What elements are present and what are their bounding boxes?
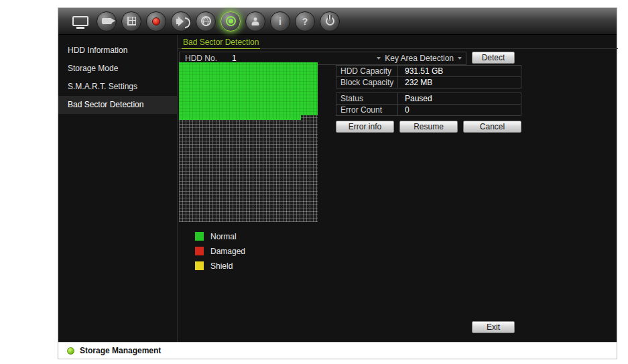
hdd-capacity-value: 931.51 GB <box>398 66 443 76</box>
damaged-swatch <box>195 247 204 255</box>
detection-mode-select[interactable]: Key Area Detection <box>377 54 466 63</box>
panel-icon[interactable] <box>121 11 141 32</box>
record-icon[interactable] <box>146 11 166 32</box>
speaker-glyph <box>176 19 180 24</box>
table-row: Status Paused <box>336 93 521 105</box>
status-value: Paused <box>398 93 432 104</box>
exit-button[interactable]: Exit <box>472 321 515 333</box>
user-icon[interactable] <box>245 11 265 32</box>
table-row: HDD Capacity 931.51 GB <box>336 66 521 77</box>
shield-swatch <box>195 261 204 270</box>
hdd-no-value: 1 <box>232 54 377 63</box>
main-toolbar: i ? <box>58 8 617 35</box>
status-bar-label: Storage Management <box>80 346 161 355</box>
globe-glyph <box>201 16 211 26</box>
power-glyph <box>326 17 334 25</box>
alarm-icon[interactable] <box>171 11 191 32</box>
storage-glyph <box>226 16 236 26</box>
status-label: Status <box>336 93 398 104</box>
dvr-settings-window: i ? HDD Information Storage Mode S.M.A.R… <box>58 7 617 359</box>
tab-bad-sector-detection[interactable]: Bad Sector Detection <box>182 35 260 49</box>
resume-button[interactable]: Resume <box>399 121 458 133</box>
table-row: Error Count 0 <box>336 105 521 116</box>
info-icon[interactable]: i <box>270 11 290 32</box>
display-glyph <box>72 16 88 26</box>
display-icon[interactable] <box>69 11 92 32</box>
bad-sector-detection-panel: Bad Sector Detection HDD No. 1 Key Area … <box>178 35 618 343</box>
user-glyph <box>251 17 259 25</box>
power-icon[interactable] <box>320 11 340 32</box>
detection-mode-value: Key Area Detection <box>385 54 454 63</box>
status-bar: Storage Management <box>58 342 617 359</box>
block-capacity-label: Block Capacity <box>336 77 398 88</box>
record-glyph <box>152 17 160 25</box>
sidebar-item-bad-sector-detection[interactable]: Bad Sector Detection <box>58 96 177 114</box>
error-count-value: 0 <box>398 105 410 115</box>
scan-progress-fill <box>179 62 318 115</box>
hdd-info-table: HDD Capacity 931.51 GB Block Capacity 23… <box>336 65 521 133</box>
sidebar-item-hdd-information[interactable]: HDD Information <box>58 42 177 60</box>
detect-button[interactable]: Detect <box>472 52 515 64</box>
help-glyph: ? <box>302 17 308 26</box>
info-glyph: i <box>279 17 281 26</box>
storage-icon[interactable] <box>221 11 241 32</box>
camera-icon[interactable] <box>97 11 117 32</box>
legend-item-normal: Normal <box>195 232 245 241</box>
legend-item-damaged: Damaged <box>195 247 245 255</box>
sector-scan-grid <box>179 62 318 222</box>
block-capacity-value: 232 MB <box>398 77 432 88</box>
legend-item-shield: Shield <box>195 261 245 270</box>
settings-sidebar: HDD Information Storage Mode S.M.A.R.T. … <box>58 35 178 343</box>
panel-glyph <box>127 17 136 25</box>
sidebar-item-storage-mode[interactable]: Storage Mode <box>58 60 177 78</box>
help-icon[interactable]: ? <box>295 11 315 32</box>
hdd-capacity-label: HDD Capacity <box>336 66 398 76</box>
cancel-button[interactable]: Cancel <box>463 121 521 133</box>
normal-label: Normal <box>210 232 237 241</box>
normal-swatch <box>195 232 204 241</box>
sector-legend: Normal Damaged Shield <box>195 232 245 276</box>
damaged-label: Damaged <box>210 247 245 256</box>
camera-glyph <box>102 18 112 24</box>
tab-strip: Bad Sector Detection <box>178 35 618 49</box>
shield-label: Shield <box>210 261 233 271</box>
status-dot-icon <box>67 347 74 355</box>
hdd-no-label: HDD No. <box>180 54 232 63</box>
chevron-down-icon <box>458 57 462 60</box>
table-row: Block Capacity 232 MB <box>336 77 521 88</box>
error-info-button[interactable]: Error info <box>336 121 394 133</box>
system-icon[interactable] <box>196 11 216 32</box>
scan-progress-partial-row <box>179 115 301 120</box>
scan-action-buttons: Error info Resume Cancel <box>336 121 521 133</box>
sidebar-item-smart-settings[interactable]: S.M.A.R.T. Settings <box>58 78 177 96</box>
chevron-down-icon <box>377 57 381 60</box>
error-count-label: Error Count <box>336 105 398 115</box>
